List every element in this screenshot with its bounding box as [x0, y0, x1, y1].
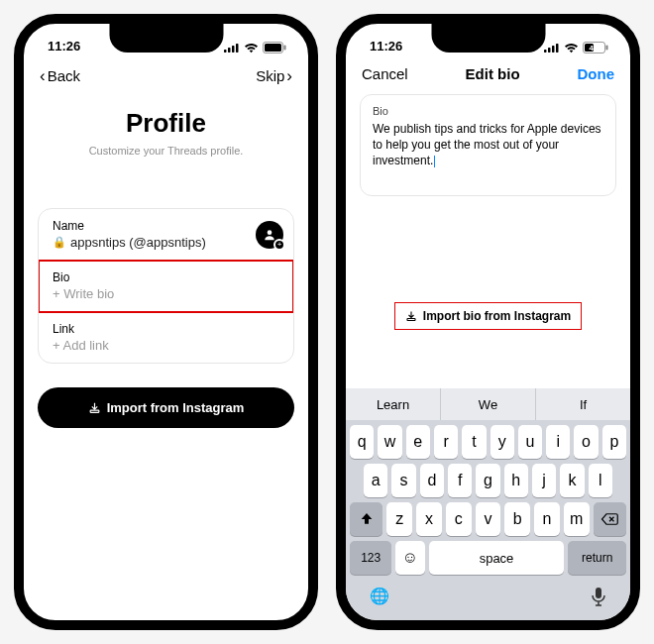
key-backspace[interactable] — [594, 502, 626, 536]
key-t[interactable]: t — [462, 425, 486, 459]
cancel-button[interactable]: Cancel — [362, 65, 408, 82]
key-123[interactable]: 123 — [350, 541, 391, 575]
svg-rect-11 — [552, 46, 555, 53]
suggestion[interactable]: If — [536, 388, 630, 420]
import-from-instagram-button[interactable]: Import from Instagram — [38, 387, 294, 428]
key-b[interactable]: b — [504, 502, 530, 536]
phone-profile-screen: 11:26 ‹ Back Skip › Profile Customize yo… — [14, 14, 318, 630]
name-row[interactable]: Name 🔒 appsntips (@appsntips) + — [39, 209, 293, 261]
svg-rect-10 — [548, 48, 551, 53]
nav-bar: ‹ Back Skip › — [24, 54, 308, 90]
key-g[interactable]: g — [476, 464, 499, 497]
key-z[interactable]: z — [386, 502, 412, 536]
key-c[interactable]: c — [446, 502, 472, 536]
battery-icon: 42 — [583, 42, 608, 54]
svg-rect-12 — [556, 44, 559, 53]
backspace-icon — [600, 512, 618, 526]
lock-icon: 🔒 — [53, 236, 66, 249]
key-s[interactable]: s — [391, 464, 415, 497]
svg-rect-6 — [284, 46, 286, 51]
name-label: Name — [53, 219, 279, 233]
key-emoji[interactable]: ☺ — [395, 541, 424, 575]
svg-rect-16 — [606, 46, 608, 51]
key-p[interactable]: p — [602, 425, 626, 459]
svg-rect-9 — [544, 50, 547, 53]
status-time: 11:26 — [48, 39, 80, 54]
bio-label: Bio — [53, 270, 279, 284]
chevron-right-icon: › — [286, 67, 292, 84]
title-block: Profile Customize your Threads profile. — [24, 108, 308, 157]
link-label: Link — [53, 322, 279, 336]
page-subtitle: Customize your Threads profile. — [24, 145, 308, 157]
shift-icon — [359, 511, 375, 527]
emoji-icon: ☺ — [402, 549, 418, 567]
svg-rect-3 — [236, 44, 239, 53]
import-bio-from-instagram-button[interactable]: Import bio from Instagram — [395, 303, 581, 329]
svg-rect-18 — [596, 588, 601, 598]
key-v[interactable]: v — [476, 502, 501, 536]
device-notch — [109, 23, 223, 53]
globe-button[interactable]: 🌐 — [370, 587, 389, 610]
bio-row[interactable]: Bio + Write bio — [39, 261, 293, 312]
key-shift[interactable] — [350, 502, 382, 536]
key-a[interactable]: a — [364, 464, 387, 497]
key-e[interactable]: e — [406, 425, 430, 459]
import-inline-wrap: Import bio from Instagram — [346, 303, 630, 329]
suggestion[interactable]: Learn — [346, 388, 441, 420]
key-w[interactable]: w — [378, 425, 401, 459]
status-right: 42 — [544, 42, 608, 54]
key-m[interactable]: m — [564, 502, 590, 536]
phone-edit-bio-screen: 11:26 42 Cancel Edit bio Done Bio We pub… — [336, 14, 640, 630]
status-time: 11:26 — [370, 39, 402, 54]
key-x[interactable]: x — [416, 502, 442, 536]
suggestion[interactable]: We — [441, 388, 536, 420]
bio-textarea[interactable]: We publish tips and tricks for Apple dev… — [373, 121, 603, 169]
link-placeholder: + Add link — [53, 338, 279, 353]
done-button[interactable]: Done — [577, 65, 614, 82]
key-q[interactable]: q — [350, 425, 374, 459]
page-title: Profile — [24, 108, 308, 139]
dictation-button[interactable] — [591, 587, 606, 610]
key-n[interactable]: n — [534, 502, 560, 536]
wifi-icon — [564, 43, 579, 54]
key-space[interactable]: space — [429, 541, 565, 575]
key-d[interactable]: d — [420, 464, 444, 497]
link-row[interactable]: Link + Add link — [39, 312, 293, 363]
chevron-left-icon: ‹ — [40, 67, 46, 84]
key-f[interactable]: f — [448, 464, 472, 497]
cellular-signal-icon — [544, 43, 560, 53]
text-caret — [434, 156, 435, 167]
key-j[interactable]: j — [532, 464, 556, 497]
svg-rect-5 — [265, 44, 281, 52]
svg-rect-8 — [90, 410, 99, 412]
key-i[interactable]: i — [546, 425, 570, 459]
device-notch — [431, 23, 545, 53]
bio-editor-card[interactable]: Bio We publish tips and tricks for Apple… — [360, 94, 616, 196]
import-icon — [405, 310, 417, 322]
key-y[interactable]: y — [490, 425, 514, 459]
svg-rect-0 — [224, 50, 227, 53]
profile-card: Name 🔒 appsntips (@appsntips) + Bio + Wr… — [38, 208, 294, 364]
key-return[interactable]: return — [568, 541, 626, 575]
key-h[interactable]: h — [504, 464, 528, 497]
svg-rect-2 — [232, 46, 235, 53]
back-button[interactable]: ‹ Back — [40, 67, 80, 84]
globe-icon: 🌐 — [370, 588, 389, 604]
ios-keyboard: Learn We If q w e r t y u i o p a s d f … — [346, 388, 630, 620]
svg-rect-1 — [228, 48, 231, 53]
skip-label: Skip — [256, 67, 284, 84]
keyboard-suggestions: Learn We If — [346, 388, 630, 420]
key-r[interactable]: r — [434, 425, 458, 459]
edit-bio-nav: Cancel Edit bio Done — [346, 54, 630, 90]
battery-icon — [263, 42, 286, 54]
keyboard-row-3: z x c v b n m — [346, 497, 630, 536]
plus-badge-icon: + — [273, 239, 285, 251]
key-l[interactable]: l — [589, 464, 612, 497]
key-k[interactable]: k — [560, 464, 584, 497]
skip-button[interactable]: Skip › — [256, 67, 292, 84]
status-right — [224, 42, 286, 54]
back-label: Back — [48, 67, 80, 84]
key-o[interactable]: o — [574, 425, 598, 459]
avatar-add-button[interactable]: + — [256, 221, 283, 249]
key-u[interactable]: u — [518, 425, 542, 459]
